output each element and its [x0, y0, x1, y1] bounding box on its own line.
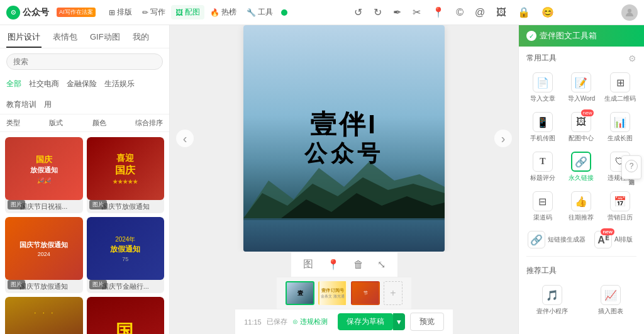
tool-marketing-cal[interactable]: 📅 营销日历 — [601, 187, 639, 226]
filter-type[interactable]: 类型 — [6, 118, 20, 128]
main-content: 图片设计 表情包 GIF动图 我的 全部 社交电商 金融保险 生活娱乐 教育培训… — [0, 25, 644, 334]
tab-emoji[interactable]: 表情包 — [52, 28, 79, 48]
tool-growth-map[interactable]: 📊 生成长图 — [601, 108, 639, 147]
list-item[interactable]: 2024年 放假通知 75 图片 国庆节金融行... — [87, 217, 165, 293]
canvas-thumb-1[interactable]: 壹 — [286, 281, 314, 305]
logo-icon: ⊙ — [6, 6, 20, 19]
nav-xiezuo[interactable]: ✏ 写作 — [138, 5, 170, 19]
status-time: 11:15 — [244, 318, 262, 326]
canvas-thumb-2[interactable]: 壹伴 订阅号 金条文 激光通 — [318, 281, 347, 305]
tool-label: 配图中心 — [569, 134, 594, 143]
topbar: ⊙ 公众号 AI写作在法案 ⊞ 排版 ✏ 写作 🖼 配图 🔥 热榜 🔧 工具 ↺… — [0, 0, 644, 25]
canvas-text-line1: 壹伴I — [304, 110, 384, 139]
left-panel: 图片设计 表情包 GIF动图 我的 全部 社交电商 金融保险 生活娱乐 教育培训… — [0, 25, 170, 334]
save-dropdown-btn[interactable]: ▾ — [393, 313, 405, 330]
redo-icon[interactable]: ↻ — [371, 5, 384, 19]
canvas-prev-btn[interactable]: ‹ — [176, 130, 194, 147]
tool-trending[interactable]: 👍 往期推荐 — [563, 187, 601, 226]
cat-life[interactable]: 生活娱乐 — [104, 77, 135, 91]
new-badge: new — [601, 228, 614, 235]
new-badge: new — [581, 109, 594, 116]
filter-row: 类型 版式 颜色 综合排序 — [0, 114, 169, 132]
tool-ai-typeset[interactable]: Aᴱnew AI排版 — [591, 228, 639, 251]
status-saved: 已保存 — [267, 317, 287, 326]
image-icon[interactable]: 🖼 — [494, 6, 509, 19]
emoji-icon[interactable]: 😊 — [539, 5, 557, 19]
search-bar — [0, 48, 169, 75]
list-item[interactable]: 国庆 放假通知 🎉🎉 图片 国庆节日祝福... — [5, 137, 83, 213]
tab-image-design[interactable]: 图片设计 — [6, 28, 42, 48]
canvas-icon-image[interactable]: 图 — [301, 256, 315, 273]
tool-gen-qrcode[interactable]: ⊞ 生成二维码 — [601, 69, 639, 107]
tool-mobile-preview[interactable]: 📱 手机传图 — [524, 108, 562, 147]
peihu-icon: 🖼 — [175, 8, 183, 17]
cat-social[interactable]: 社交电商 — [29, 77, 59, 91]
undo-icon[interactable]: ↺ — [352, 5, 365, 19]
list-item[interactable]: 国 庆 75周年 图片 — [87, 297, 165, 334]
list-item[interactable]: 国庆节放假通知2024 图片 国庆节放假通知 — [5, 217, 83, 293]
sort-selector[interactable]: 综合排序 — [135, 118, 163, 128]
section-title-recommend: 推荐工具 — [519, 259, 644, 279]
tab-mine[interactable]: 我的 — [131, 28, 150, 48]
user-avatar[interactable] — [621, 4, 638, 21]
config-center-icon: 🖼new — [571, 112, 591, 132]
at-icon[interactable]: @ — [472, 6, 487, 19]
preview-btn[interactable]: 预览 — [410, 313, 444, 331]
import-word-icon: 📝 — [571, 72, 591, 92]
channel-code-icon: ⊟ — [533, 191, 553, 211]
list-item[interactable]: 喜迎 国庆 ★★★★★ 图片 国庆节放假通知 — [87, 137, 165, 213]
pen-icon[interactable]: ✒ — [391, 5, 404, 19]
help-float-btn[interactable]: ? 遇到问题 — [621, 155, 641, 179]
canvas-icon-location[interactable]: 📍 — [325, 257, 341, 272]
filter-layout[interactable]: 版式 — [49, 118, 63, 128]
canvas-content: 壹伴I 公众号 — [243, 25, 445, 252]
tool-mini-program[interactable]: 🎵 壹伴小程序 — [524, 281, 581, 320]
trending-icon: 👍 — [571, 191, 591, 211]
gongju-icon: 🔧 — [247, 8, 256, 17]
nav-toolbar: ⊞ 排版 ✏ 写作 🖼 配图 🔥 热榜 🔧 工具 — [104, 5, 287, 19]
canvas-next-btn[interactable]: › — [494, 130, 512, 147]
tool-import-article[interactable]: 📄 导入文章 — [524, 69, 562, 107]
tool-label: AI排版 — [614, 235, 633, 244]
cat-all[interactable]: 全部 — [6, 77, 21, 91]
canvas-scroll: ‹ 壹伴I 公众号 › — [170, 25, 518, 252]
tool-title-eval[interactable]: T 标题评分 — [524, 148, 562, 186]
tool-label: 营销日历 — [608, 213, 633, 222]
cat-edu[interactable]: 教育培训 — [6, 98, 36, 111]
tool-label: 往期推荐 — [569, 213, 594, 222]
card-china: · · · CHINA 国 庆 — [5, 297, 83, 334]
lock-icon[interactable]: 🔒 — [515, 5, 533, 19]
tool-shortlink-gen[interactable]: 🔗 短链接生成器 — [524, 228, 589, 251]
canvas-main-text: 壹伴I 公众号 — [304, 110, 384, 166]
canvas-add-thumb-btn[interactable]: + — [384, 281, 402, 305]
tool-insert-chart[interactable]: 📈 插入图表 — [582, 281, 640, 320]
copyright-icon[interactable]: © — [453, 6, 466, 19]
tab-gif[interactable]: GIF动图 — [89, 28, 121, 48]
tool-import-word[interactable]: 📝 导入Word — [563, 69, 601, 107]
common-tools-grid-2: 🔗 短链接生成器 Aᴱnew AI排版 — [519, 228, 644, 253]
tool-label: 生成二维码 — [604, 94, 636, 103]
pin-icon[interactable]: 📍 — [430, 5, 447, 19]
canvas-icon-delete[interactable]: 🗑 — [352, 257, 365, 272]
search-input[interactable] — [6, 53, 163, 70]
cat-more[interactable]: 用 — [44, 98, 52, 111]
settings-icon[interactable]: ⚙ — [628, 53, 636, 64]
list-item[interactable]: · · · CHINA 国 庆 图片 — [5, 297, 83, 334]
title-eval-icon: T — [533, 152, 553, 172]
canvas-thumb-3[interactable]: 节 — [351, 281, 380, 305]
scissors-icon[interactable]: ✂ — [410, 5, 423, 19]
save-draft-btn[interactable]: 保存为草稿 — [338, 313, 393, 330]
nav-peihu[interactable]: 🖼 配图 — [171, 5, 204, 19]
insert-chart-icon: 📈 — [601, 285, 621, 305]
canvas-bottom-toolbar: 图 📍 🗑 ⤡ — [291, 252, 397, 277]
tool-channel-code[interactable]: ⊟ 渠道码 — [524, 187, 562, 226]
canvas-icon-expand[interactable]: ⤡ — [375, 257, 387, 272]
tool-perm-link[interactable]: 🔗 永久链接 — [563, 148, 601, 186]
nav-rebang[interactable]: 🔥 热榜 — [206, 5, 241, 19]
compliance-btn[interactable]: ⊙ 违规检测 — [292, 317, 328, 326]
nav-gongju[interactable]: 🔧 工具 — [242, 5, 277, 19]
cat-finance[interactable]: 金融保险 — [67, 77, 97, 91]
tool-config-center[interactable]: 🖼new 配图中心 — [563, 108, 601, 147]
nav-paiban[interactable]: ⊞ 排版 — [104, 5, 136, 19]
filter-color[interactable]: 颜色 — [92, 118, 106, 128]
